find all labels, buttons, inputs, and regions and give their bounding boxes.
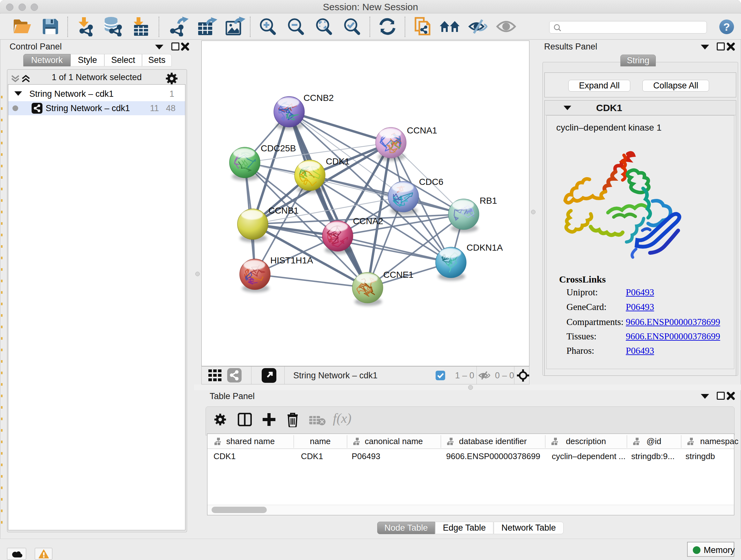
svg-text:CCNB1: CCNB1 [268,206,299,215]
svg-text:CCNA2: CCNA2 [353,216,383,226]
svg-text:HIST1H1A: HIST1H1A [270,255,313,265]
svg-text:RB1: RB1 [480,196,497,206]
svg-text:CCNB2: CCNB2 [304,93,334,103]
svg-text:CDC6: CDC6 [419,177,443,187]
svg-text:CCNE1: CCNE1 [383,270,414,280]
svg-text:CDK1: CDK1 [326,157,350,166]
svg-text:CDKN1A: CDKN1A [467,243,503,253]
svg-text:CCNA1: CCNA1 [407,125,437,135]
svg-text:CDC25B: CDC25B [261,143,296,153]
